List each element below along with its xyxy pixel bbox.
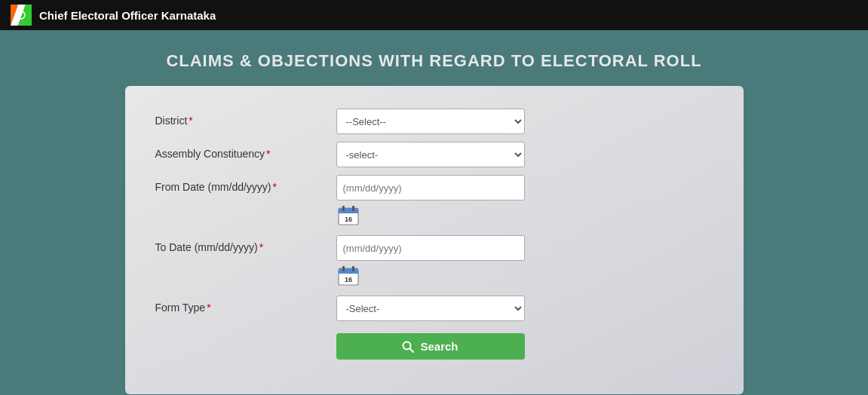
district-label: District* [155, 109, 336, 127]
search-button[interactable]: Search [336, 333, 525, 360]
to-date-row: To Date (mm/dd/yyyy)* 16 [155, 235, 713, 288]
logo-icon [11, 5, 32, 26]
to-date-control-wrap: 16 [336, 235, 713, 288]
to-date-calendar-icon[interactable]: 16 [336, 264, 360, 288]
svg-text:16: 16 [344, 216, 351, 223]
form-type-control-wrap: -Select- [336, 295, 713, 321]
svg-rect-15 [352, 266, 354, 271]
district-control-wrap: --Select-- [336, 109, 713, 134]
district-select[interactable]: --Select-- [336, 109, 525, 134]
svg-text:16: 16 [344, 276, 351, 283]
district-row: District* --Select-- [155, 109, 713, 134]
assembly-control-wrap: -select- [336, 142, 713, 167]
assembly-label: Assembly Constituency* [155, 142, 336, 160]
to-date-label: To Date (mm/dd/yyyy)* [155, 235, 336, 253]
assembly-row: Assembly Constituency* -select- [155, 142, 713, 167]
header: Chief Electoral Officer Karnataka [0, 0, 868, 30]
from-date-calendar-icon[interactable]: 16 [336, 204, 360, 228]
svg-rect-7 [339, 211, 358, 213]
form-card: District* --Select-- Assembly Constituen… [125, 86, 744, 394]
from-date-control-wrap: 16 [336, 175, 713, 228]
svg-rect-9 [352, 206, 354, 211]
from-date-input[interactable] [336, 175, 525, 201]
page-title: CLAIMS & OBJECTIONS WITH REGARD TO ELECT… [0, 51, 868, 71]
search-icon [402, 341, 414, 353]
svg-rect-14 [342, 266, 345, 271]
search-row: Search [155, 329, 713, 360]
search-spacer [155, 329, 336, 335]
from-date-row: From Date (mm/dd/yyyy)* 16 [155, 175, 713, 228]
page-title-bar: CLAIMS & OBJECTIONS WITH REGARD TO ELECT… [0, 30, 868, 86]
search-btn-wrap: Search [336, 329, 713, 360]
assembly-select[interactable]: -select- [336, 142, 525, 167]
svg-rect-13 [339, 271, 358, 274]
form-type-row: Form Type* -Select- [155, 295, 713, 321]
from-date-label: From Date (mm/dd/yyyy)* [155, 175, 336, 193]
header-title: Chief Electoral Officer Karnataka [39, 9, 216, 22]
svg-line-18 [410, 348, 414, 352]
svg-rect-8 [342, 206, 345, 211]
to-date-input[interactable] [336, 235, 525, 261]
form-type-select[interactable]: -Select- [336, 295, 525, 321]
form-type-label: Form Type* [155, 295, 336, 314]
